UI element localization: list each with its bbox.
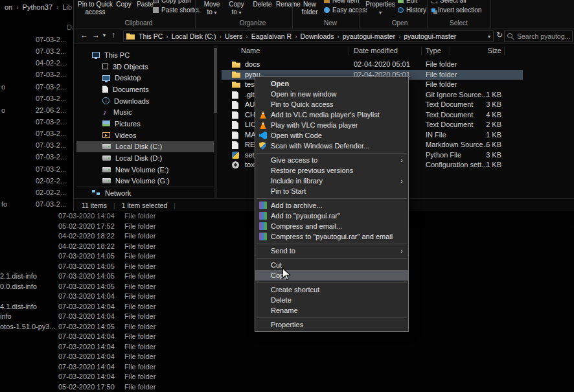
nav-scrollbar-thumb[interactable] (214, 48, 217, 113)
context-menu-item[interactable]: Cut › (255, 260, 408, 270)
chevron-separator-icon: › (218, 33, 224, 40)
properties-button[interactable]: Properties ▾ (364, 1, 396, 16)
context-menu-item[interactable]: Include in library › (255, 176, 408, 186)
forward-button[interactable]: → (92, 31, 100, 39)
ribbon: Pin to Quick access Copy Paste Copy path… (74, 0, 574, 29)
background-date: 07-03-2020 14:05 (58, 323, 115, 330)
column-header-type[interactable]: Type (426, 47, 441, 54)
nav-scrollbar[interactable] (214, 45, 217, 198)
background-type: File folder (124, 262, 155, 270)
column-divider[interactable] (504, 47, 505, 55)
nav-item[interactable]: Local Disk (D:) (76, 152, 214, 164)
context-menu-item[interactable]: Add to VLC media player's Playlist › (255, 110, 408, 120)
breadcrumb-item[interactable]: Downloads (299, 32, 335, 40)
nav-item[interactable]: This PC (76, 49, 214, 61)
column-header-name[interactable]: Name (241, 47, 260, 54)
background-date: 04-02-2020 18:22 (58, 232, 115, 240)
item-count: 11 items (82, 202, 107, 209)
file-row[interactable]: docs 02-04-2020 05:01 File folder (222, 60, 523, 70)
context-menu-item[interactable]: Send to › (255, 246, 408, 256)
up-button[interactable]: ↑ (111, 31, 115, 39)
context-menu-item[interactable]: Rename › (255, 305, 408, 316)
pin-to-quick-access-button[interactable]: Pin to Quick access (78, 1, 113, 16)
nav-item[interactable]: Documents (76, 84, 214, 95)
file-list-header: Name Date modified Type Size (222, 47, 574, 57)
context-menu-item[interactable]: Play with VLC media player › (255, 120, 408, 130)
doc-icon (232, 132, 238, 139)
paste-shortcut-button[interactable]: Paste shortcut (153, 6, 200, 14)
column-header-size[interactable]: Size (455, 47, 501, 54)
edit-button[interactable]: Edit (398, 0, 417, 4)
chevron-separator-icon: › (293, 33, 299, 40)
new-folder-button[interactable]: New folder (297, 1, 323, 16)
column-divider[interactable] (421, 47, 422, 55)
context-menu-item[interactable]: Open in new window › (255, 89, 408, 99)
history-button[interactable]: History (398, 6, 426, 14)
nav-item[interactable]: New Volume (G:) (76, 176, 214, 187)
breadcrumb-item[interactable]: Local Disk (C:) (170, 32, 218, 40)
column-divider[interactable] (349, 47, 349, 55)
context-menu-item[interactable]: Add to archive... › (255, 200, 408, 211)
context-menu-item[interactable]: Add to "pyautogui.rar" › (255, 211, 408, 221)
background-row: 02-02-2... (0, 187, 73, 199)
context-menu-item[interactable]: Compress and email... › (255, 221, 408, 231)
status-divider: | (174, 202, 176, 209)
background-date: 07-03-2020 14:04 (58, 332, 115, 340)
recent-locations-button[interactable]: ▾ (103, 33, 106, 38)
breadcrumb-item[interactable]: pyautogui-master (341, 32, 396, 40)
context-menu-item[interactable]: Restore previous versions › (255, 165, 408, 176)
pictures-icon (102, 121, 110, 126)
context-menu-item[interactable]: Pin to Start › (255, 186, 408, 196)
breadcrumb[interactable]: This PC › Local Disk (C:) › Users › (123, 30, 494, 42)
background-file-list-upper: 07-03-2... 07-03-2... 04-02-2... 07-03-2… (0, 34, 73, 211)
easy-access-button[interactable]: Easy access ▾ (324, 6, 367, 14)
invert-selection-button[interactable]: Invert selection (431, 6, 481, 14)
nav-item[interactable]: Network (76, 187, 214, 198)
new-item-button[interactable]: New item (324, 0, 360, 4)
nav-item[interactable]: Music (76, 106, 214, 118)
nav-item-label: Network (105, 189, 131, 197)
copy-path-button[interactable]: Copy path (153, 0, 191, 4)
context-menu-item[interactable]: Give access to › (255, 155, 408, 165)
breadcrumb-item[interactable]: This PC (137, 32, 164, 40)
breadcrumb-item[interactable]: Users (224, 32, 244, 40)
background-type: File folder (124, 232, 155, 240)
column-header-date-modified[interactable]: Date modified (354, 47, 398, 54)
refresh-button[interactable]: ↻ (496, 31, 503, 39)
context-menu-item[interactable]: Open with Code › (255, 130, 408, 141)
column-divider[interactable] (450, 47, 450, 55)
nav-item[interactable]: New Volume (E:) (76, 164, 214, 176)
search-box[interactable]: Search pyautog... (504, 30, 573, 42)
context-menu-item[interactable]: Create shortcut › (255, 284, 408, 295)
context-menu-item-label: Include in library (271, 177, 400, 185)
nav-item[interactable]: Downloads (76, 95, 214, 107)
context-menu-item[interactable]: Scan with Windows Defender... › (255, 141, 408, 151)
context-menu-item[interactable]: Open › (255, 78, 408, 89)
context-menu-item[interactable]: Properties › (255, 319, 408, 330)
nav-item-label: New Volume (G:) (115, 177, 170, 185)
context-menu-item[interactable]: Delete › (255, 295, 408, 305)
delete-button[interactable]: Delete (251, 1, 273, 8)
nav-item[interactable]: Pictures (76, 118, 214, 130)
select-all-button[interactable]: Select all (431, 0, 466, 4)
background-date: 07-03-2020 14:04 (58, 312, 115, 320)
copy-to-button[interactable]: Copy to ▾ (225, 1, 247, 16)
nav-item[interactable]: Local Disk (C:) (76, 141, 214, 153)
back-button[interactable]: ← (80, 31, 88, 39)
breadcrumb-item[interactable]: pyautogui-master (402, 32, 457, 40)
address-dropdown-icon[interactable]: ▾ (485, 34, 490, 40)
context-menu-item[interactable]: Pin to Quick access › (255, 99, 408, 110)
context-menu-item[interactable]: Compress to "pyautogui.rar" and email › (255, 231, 408, 242)
move-to-button[interactable]: Move to ▾ (201, 1, 223, 16)
nav-item[interactable]: Desktop (76, 72, 214, 84)
nav-item[interactable]: Videos (76, 130, 214, 141)
defender-icon (259, 142, 266, 150)
background-type: File folder (124, 343, 155, 351)
edit-icon (398, 0, 404, 3)
background-row: 07-03-2020 14:04 File folder (0, 372, 224, 382)
nav-item[interactable]: 3D Objects (76, 61, 214, 73)
context-menu-item[interactable]: Copy › (255, 270, 408, 281)
doc-icon (232, 91, 238, 99)
breadcrumb-item[interactable]: Eagalaivan R (250, 32, 293, 40)
copy-button[interactable]: Copy (113, 1, 134, 8)
